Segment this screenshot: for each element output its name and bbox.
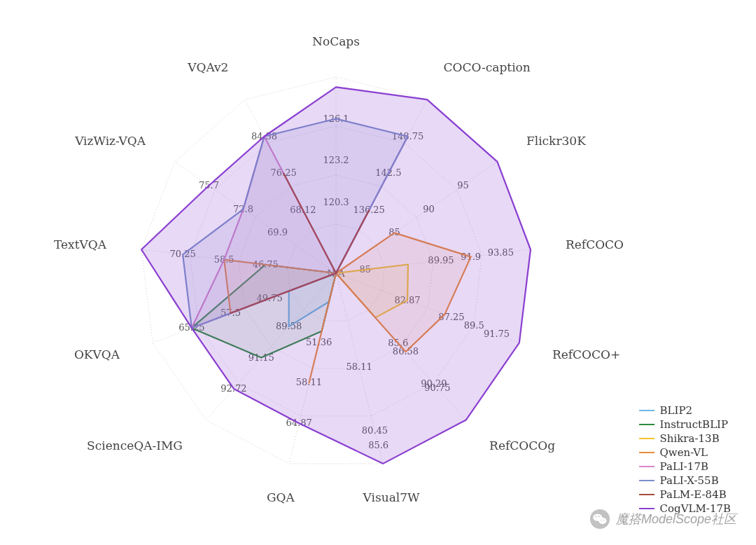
legend-item: Qwen-VL: [639, 446, 731, 460]
axis-label: RefCOCO: [566, 237, 624, 251]
axis-label: ScienceQA-IMG: [87, 439, 183, 453]
legend-swatch: [639, 480, 654, 481]
legend-label: Shikra-13B: [660, 432, 720, 445]
axis-label: COCO-caption: [444, 60, 531, 74]
legend-label: BLIP2: [660, 404, 693, 417]
legend-item: InstructBLIP: [639, 418, 731, 432]
legend-item: PaLM-E-84B: [639, 488, 731, 502]
legend-item: CogVLM-17B: [639, 502, 731, 516]
legend-swatch: [639, 466, 654, 467]
legend-label: CogVLM-17B: [660, 502, 731, 515]
axis-label: Visual7W: [363, 490, 420, 504]
axis-label: GQA: [267, 490, 295, 504]
legend-swatch: [639, 508, 654, 509]
legend-item: PaLI-17B: [639, 460, 731, 474]
axis-label: RefCOCOg: [489, 439, 555, 453]
legend-item: BLIP2: [639, 403, 731, 418]
legend-label: PaLM-E-84B: [660, 488, 727, 501]
legend-swatch: [639, 438, 654, 439]
axis-label: OKVQA: [74, 347, 120, 361]
series-CogVLM-17B: [141, 87, 531, 464]
legend-label: PaLI-X-55B: [660, 474, 719, 487]
axis-label: NoCaps: [312, 34, 360, 48]
legend-swatch: [639, 452, 654, 453]
axis-label: VQAv2: [187, 60, 228, 74]
axis-label: Flickr30K: [526, 134, 586, 148]
legend-label: PaLI-17B: [660, 460, 708, 473]
legend-item: PaLI-X-55B: [639, 474, 731, 488]
legend-label: InstructBLIP: [660, 418, 729, 431]
legend-swatch: [639, 424, 654, 425]
legend-swatch: [639, 494, 654, 495]
legend-swatch: [639, 410, 654, 411]
legend-item: Shikra-13B: [639, 432, 731, 446]
axis-label: TextVQA: [54, 237, 107, 251]
axis-label: VizWiz-VQA: [74, 134, 146, 148]
legend-label: Qwen-VL: [660, 446, 708, 459]
axis-label: RefCOCO+: [552, 347, 620, 361]
legend: BLIP2InstructBLIPShikra-13BQwen-VLPaLI-1…: [634, 401, 736, 518]
